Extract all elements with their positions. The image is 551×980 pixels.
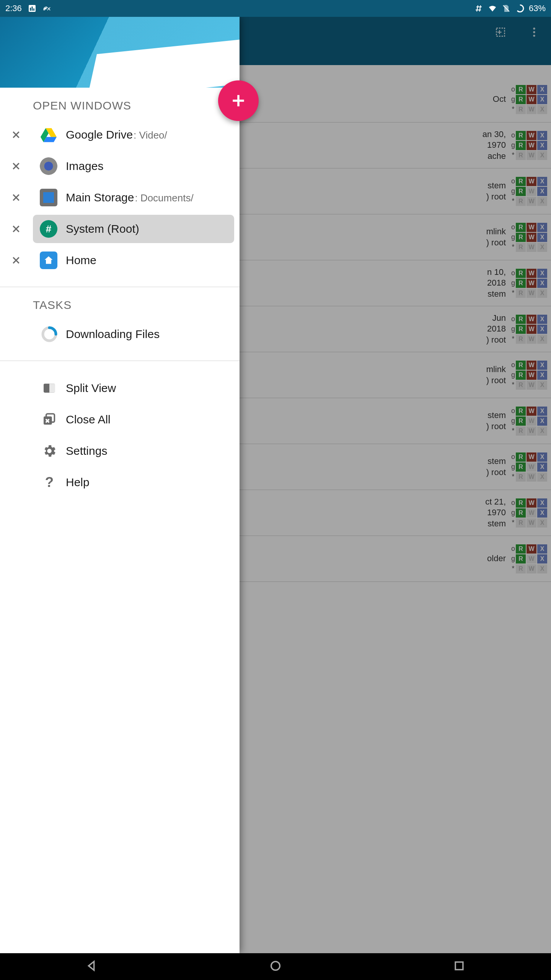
menu-label: Help (66, 476, 90, 489)
status-time: 2:36 (5, 3, 22, 13)
svg-rect-6 (31, 7, 33, 11)
window-item: Home (0, 245, 240, 276)
window-item: Google Drive: Video/ (0, 119, 240, 150)
tasks-title: TASKS (0, 287, 240, 318)
window-item: Main Storage: Documents/ (0, 182, 240, 213)
gdrive-icon (40, 126, 57, 144)
new-window-fab[interactable] (218, 80, 259, 121)
window-select[interactable]: #System (Root) (33, 215, 234, 243)
window-select[interactable]: Images (33, 152, 234, 180)
status-fx-icon (42, 3, 52, 13)
menu-split-view[interactable]: Split View (0, 372, 240, 404)
window-select[interactable]: Google Drive: Video/ (33, 121, 234, 149)
drawer-header (0, 17, 240, 88)
task-downloading[interactable]: Downloading Files (0, 318, 240, 350)
menu-label: Split View (66, 382, 116, 395)
navigation-drawer: OPEN WINDOWS Google Drive: Video/ImagesM… (0, 17, 240, 551)
task-label: Downloading Files (66, 328, 160, 341)
home-icon (40, 252, 57, 269)
close-all-icon (41, 411, 58, 428)
close-window-button[interactable] (8, 252, 24, 269)
status-bar: 2:36 63% (0, 0, 313, 17)
open-windows-title: OPEN WINDOWS (0, 88, 240, 119)
window-label: System (Root) (66, 222, 139, 235)
split-view-icon (41, 379, 58, 397)
help-icon: ? (41, 474, 58, 491)
gear-icon (41, 442, 58, 460)
menu-close-all[interactable]: Close All (0, 404, 240, 435)
close-window-button[interactable] (8, 126, 24, 143)
images-icon (40, 157, 57, 175)
status-app-icon (27, 3, 37, 13)
menu-label: Settings (66, 444, 107, 457)
window-select[interactable]: Home (33, 246, 234, 274)
close-window-button[interactable] (8, 158, 24, 175)
fx-logo (184, 53, 230, 85)
menu-label: Close All (66, 413, 111, 426)
window-label: Images (66, 160, 103, 173)
window-label: Home (66, 254, 96, 267)
menu-settings[interactable]: Settings (0, 435, 240, 467)
window-label: Main Storage: Documents/ (66, 191, 194, 204)
svg-text:?: ? (45, 475, 54, 490)
window-item: Images (0, 150, 240, 182)
menu-help[interactable]: ? Help (0, 467, 240, 498)
close-window-button[interactable] (8, 189, 24, 206)
window-item: #System (Root) (0, 213, 240, 245)
close-window-button[interactable] (8, 220, 24, 237)
progress-spinner-icon (41, 325, 58, 343)
svg-rect-7 (33, 8, 34, 11)
window-label: Google Drive: Video/ (66, 128, 167, 141)
svg-rect-15 (49, 384, 55, 392)
root-icon: # (40, 220, 57, 238)
storage-icon (40, 189, 57, 206)
window-select[interactable]: Main Storage: Documents/ (33, 183, 234, 212)
svg-rect-5 (30, 8, 31, 11)
